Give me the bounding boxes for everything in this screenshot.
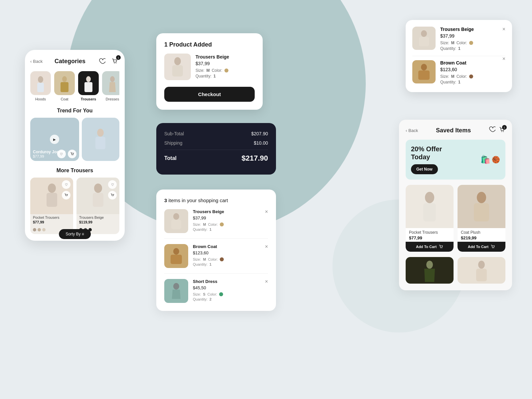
svg-rect-5 — [61, 82, 68, 92]
cart-popup-item-1: Trousers Beige $37,99 Size: M Color: Qua… — [412, 27, 505, 56]
color-dot-3 — [42, 228, 46, 231]
cart-popup-info-2: Brown Coat $123,60 Size: M Color: Quanti… — [440, 60, 473, 85]
cart-item-img-2 — [164, 244, 188, 268]
cart-divider — [164, 150, 268, 150]
svg-rect-16 — [93, 193, 103, 207]
pocket-cart-btn[interactable] — [62, 191, 70, 200]
saved-back-button[interactable]: ‹ Back — [406, 128, 418, 133]
sort-button[interactable]: Sorty By ≡ — [59, 229, 91, 239]
svg-point-24 — [421, 30, 427, 37]
mobile-back-button[interactable]: ‹ Back — [30, 59, 43, 64]
product-added-popup: 1 Product Added Trousers Beige $37,99 Si… — [156, 33, 263, 110]
saved-card-bottom-light[interactable] — [458, 257, 505, 284]
add-to-cart-pocket[interactable]: Add To Cart — [406, 242, 454, 252]
svg-point-8 — [110, 76, 115, 82]
cart-item-name-2: Brown Coat — [193, 244, 224, 249]
checkout-button[interactable]: Checkout — [164, 87, 255, 102]
svg-point-2 — [38, 76, 43, 83]
svg-rect-27 — [418, 70, 430, 80]
more-card-pocket[interactable]: ♡ Pocket Trousers $77,99 — [30, 178, 73, 234]
saved-card-bottom-floral[interactable] — [406, 257, 454, 284]
cart-item-info-3: Short Dress $45,50 Size: S Color: Quanti… — [193, 279, 223, 302]
cart-subtotal-row: Sub-Total $207.90 — [164, 131, 268, 136]
saved-items-panel: ‹ Back Saved Items 1 20% Offer Today Get… — [399, 120, 512, 290]
cart-popup-qty-2: Quantity: 1 — [440, 80, 473, 84]
subtotal-label: Sub-Total — [164, 131, 184, 136]
saved-header-icons: 1 — [489, 126, 505, 134]
cart-popup-remove-2[interactable]: × — [502, 56, 505, 62]
category-item-dresses[interactable]: Dresses — [102, 71, 119, 101]
saved-header: ‹ Back Saved Items 1 — [406, 126, 505, 134]
svg-point-30 — [425, 192, 434, 203]
svg-point-21 — [173, 248, 179, 255]
popup-product-quantity: Quantity: 1 — [196, 74, 229, 78]
category-item-hoods[interactable]: Hoods — [30, 71, 51, 101]
cart-item-qty-2: Quantity: 1 — [193, 262, 224, 266]
offer-decoration: 🛍️ 🏀 — [480, 155, 500, 164]
saved-card-name-coat: Coat Plush — [458, 228, 505, 235]
svg-point-0 — [114, 63, 115, 64]
cart-item-info-2: Brown Coat $123,60 Size: M Color: Quanti… — [193, 244, 224, 267]
pocket-heart-btn[interactable]: ♡ — [62, 180, 70, 189]
play-icon[interactable]: ▶ — [50, 135, 59, 144]
cart-item-size-3: Size: S Color: — [193, 292, 223, 296]
svg-point-13 — [48, 184, 56, 193]
trend-heart-btn-1[interactable]: ♡ — [57, 150, 66, 158]
cart-total-row: Total $217.90 — [164, 154, 268, 163]
offer-banner: 20% Offer Today Get Now 🛍️ 🏀 — [406, 140, 505, 180]
color-dot-1 — [33, 228, 36, 231]
category-label-dresses: Dresses — [106, 97, 119, 101]
cart-color-dot-2 — [220, 257, 224, 261]
svg-point-23 — [173, 283, 179, 290]
beige-cart-btn[interactable] — [108, 191, 117, 200]
category-label-coat: Coat — [61, 97, 68, 101]
trend-card-corduroy[interactable]: ▶ Corduroy Jogger $77,99 ♡ — [30, 118, 79, 161]
offer-text: 20% Offer Today — [411, 145, 442, 161]
popup-color-dot — [224, 68, 228, 72]
svg-point-38 — [426, 261, 433, 269]
saved-cart-icon[interactable]: 1 — [499, 126, 505, 134]
offer-get-now-button[interactable]: Get Now — [411, 164, 438, 174]
size-value: M — [206, 68, 210, 73]
trend-cart-btn-1[interactable] — [68, 150, 76, 158]
cart-remove-3[interactable]: × — [265, 279, 268, 284]
cart-remove-1[interactable]: × — [265, 209, 268, 214]
cart-item-price-3: $45,50 — [193, 285, 223, 290]
svg-point-6 — [86, 76, 91, 82]
svg-point-15 — [94, 184, 102, 193]
wishlist-icon[interactable] — [97, 57, 107, 66]
cart-popup-color-1 — [469, 41, 473, 45]
svg-point-37 — [493, 248, 494, 248]
category-img-trousers — [78, 71, 99, 95]
beige-heart-btn[interactable]: ♡ — [108, 180, 117, 189]
cart-icon[interactable]: 1 — [110, 57, 119, 66]
quantity-label: Quantity: — [196, 74, 211, 78]
cart-popup-remove-1[interactable]: × — [502, 27, 505, 32]
cart-remove-2[interactable]: × — [265, 244, 268, 249]
add-to-cart-coat[interactable]: Add To Cart — [458, 242, 505, 252]
cart-color-dot-3 — [219, 292, 223, 296]
trend-card-blue[interactable] — [82, 118, 119, 161]
more-card-beige-actions: ♡ — [108, 180, 117, 200]
saved-card-img-pocket — [406, 185, 454, 228]
more-card-trousers-beige[interactable]: ♡ Trousers Beige $119,99 — [76, 178, 119, 234]
category-item-coat[interactable]: Coat — [54, 71, 75, 101]
saved-card-coat[interactable]: Coat Plush $219,99 Add To Cart — [458, 185, 505, 252]
svg-point-17 — [174, 57, 181, 65]
cart-popup-price-1: $37,99 — [440, 33, 474, 39]
cart-shipping-row: Shipping $10.00 — [164, 140, 268, 146]
popup-product-name: Trousers Beige — [196, 54, 229, 60]
saved-card-pocket[interactable]: Pocket Trousers $77,99 Add To Cart — [406, 185, 454, 252]
saved-heart-icon[interactable] — [489, 126, 495, 134]
popup-product-size: Size: M Color: — [196, 68, 229, 73]
svg-point-11 — [97, 129, 104, 137]
popup-product-price: $37,99 — [196, 61, 229, 66]
saved-card-price-coat: $219,99 — [458, 235, 505, 242]
svg-point-28 — [501, 131, 502, 132]
trend-row: ▶ Corduroy Jogger $77,99 ♡ — [30, 118, 119, 161]
category-item-trousers[interactable]: Trousers — [78, 71, 99, 101]
category-label-trousers: Trousers — [81, 97, 96, 101]
cart-item-img-1 — [164, 209, 188, 233]
cart-popup-img-2 — [412, 60, 436, 83]
offer-content: 20% Offer Today Get Now — [411, 145, 442, 174]
